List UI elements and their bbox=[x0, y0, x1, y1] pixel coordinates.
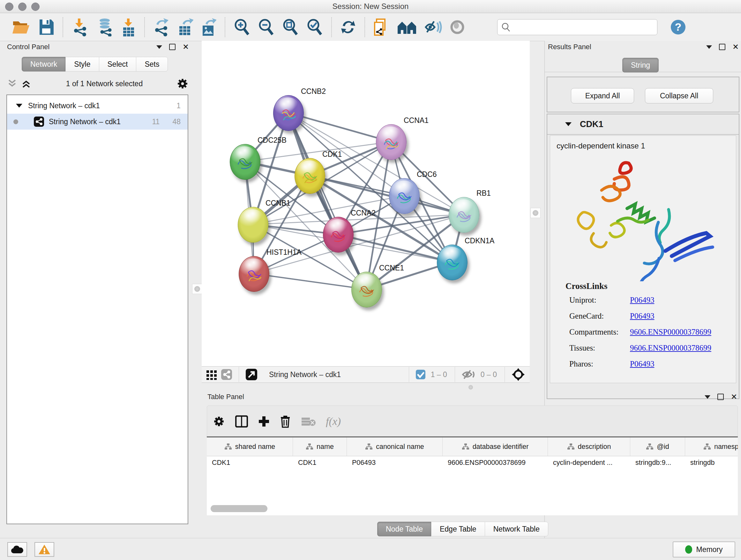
table-row[interactable]: CDK1CDK1P064939606.ENSP00000378699cyclin… bbox=[207, 456, 738, 469]
crosslink-link[interactable]: P06493 bbox=[630, 312, 654, 320]
collapse-all-button[interactable]: Collapse All bbox=[645, 88, 713, 104]
panel-close-icon[interactable]: ✕ bbox=[732, 44, 739, 50]
panel-menu-icon[interactable] bbox=[704, 395, 711, 399]
column-header-@id[interactable]: @id bbox=[630, 437, 685, 456]
network-row[interactable]: String Network – cdk1 11 48 bbox=[7, 114, 188, 130]
hide-unselected-button[interactable] bbox=[424, 17, 442, 37]
edge-HIST1H1A-CCNE1[interactable] bbox=[254, 273, 366, 289]
collapse-all-icon[interactable] bbox=[7, 79, 18, 88]
birds-eye-view-button[interactable] bbox=[206, 369, 217, 380]
edge-CDK1-RB1[interactable] bbox=[310, 176, 464, 214]
network-collection-row[interactable]: String Network – cdk1 1 bbox=[7, 98, 188, 114]
fit-content-button[interactable] bbox=[511, 368, 525, 381]
show-all-button[interactable] bbox=[450, 17, 465, 37]
open-in-window-button[interactable] bbox=[246, 368, 258, 381]
panel-close-icon[interactable]: ✕ bbox=[731, 394, 737, 399]
zoom-fit-button[interactable] bbox=[282, 17, 299, 37]
column-header-canonical-name[interactable]: canonical name bbox=[347, 437, 443, 456]
search-input[interactable] bbox=[514, 20, 657, 34]
tab-node-table[interactable]: Node Table bbox=[377, 522, 431, 537]
create-column-button[interactable] bbox=[258, 416, 270, 427]
panel-menu-icon[interactable] bbox=[706, 45, 712, 49]
node-CDC6[interactable] bbox=[389, 178, 420, 214]
collection-caret-icon[interactable] bbox=[16, 104, 22, 108]
open-session-button[interactable] bbox=[12, 17, 30, 37]
node-CDK1[interactable] bbox=[294, 158, 325, 194]
node-RB1[interactable] bbox=[449, 197, 479, 233]
entry-caret-icon[interactable] bbox=[565, 122, 571, 126]
panel-float-icon[interactable] bbox=[169, 44, 176, 50]
import-network-button[interactable] bbox=[71, 17, 89, 37]
crosslink-link[interactable]: P06493 bbox=[630, 360, 654, 368]
tab-edge-table[interactable]: Edge Table bbox=[431, 522, 485, 537]
zoom-out-button[interactable] bbox=[258, 17, 274, 37]
cell-shared-name[interactable]: CDK1 bbox=[207, 456, 293, 469]
copy-network-button[interactable] bbox=[374, 17, 389, 37]
cell-@id[interactable]: stringdb:9... bbox=[630, 456, 685, 469]
export-network-icon bbox=[153, 18, 171, 37]
crosslink-link[interactable]: 9606.ENSP00000378699 bbox=[630, 327, 711, 336]
node-CCNA1[interactable] bbox=[376, 124, 407, 160]
selected-indicator-checkbox[interactable] bbox=[415, 369, 426, 380]
crosslink-link[interactable]: 9606.ENSP00000378699 bbox=[630, 344, 711, 353]
import-network-from-database-button[interactable] bbox=[96, 17, 114, 37]
tab-select[interactable]: Select bbox=[99, 57, 137, 71]
column-header-name[interactable]: name bbox=[293, 437, 347, 456]
hidden-indicator-button[interactable] bbox=[461, 369, 475, 380]
column-header-description[interactable]: description bbox=[548, 437, 630, 456]
tab-network-table[interactable]: Network Table bbox=[485, 522, 548, 537]
cell-namespace[interactable]: stringdb bbox=[685, 456, 738, 469]
column-header-namespace[interactable]: namespace bbox=[685, 437, 738, 456]
expand-all-button[interactable]: Expand All bbox=[571, 88, 634, 104]
cell-database-identifier[interactable]: 9606.ENSP00000378699 bbox=[443, 456, 548, 469]
network-canvas[interactable]: CCNB2CCNA1CDC25BCDK1CDC6RB1CCNB1CCNA2CDK… bbox=[202, 41, 530, 366]
node-CCNA2[interactable] bbox=[323, 217, 354, 253]
column-header-database-identifier[interactable]: database identifier bbox=[443, 437, 548, 456]
tab-string[interactable]: String bbox=[622, 58, 659, 72]
panel-close-icon[interactable]: ✕ bbox=[183, 44, 189, 50]
show-columns-button[interactable] bbox=[235, 415, 248, 428]
string-home-button[interactable] bbox=[397, 17, 417, 37]
help-button[interactable]: ? bbox=[671, 20, 685, 35]
tab-style[interactable]: Style bbox=[65, 57, 99, 71]
save-session-button[interactable] bbox=[38, 17, 54, 37]
zoom-selected-button[interactable] bbox=[307, 17, 323, 37]
edge-CCNB2-CCNE1[interactable] bbox=[288, 113, 366, 289]
memory-button[interactable]: Memory bbox=[673, 542, 735, 557]
panel-float-icon[interactable] bbox=[719, 44, 725, 50]
delete-column-button[interactable] bbox=[280, 415, 291, 428]
node-CCNB1[interactable] bbox=[238, 207, 268, 243]
network-selection-status: 1 of 1 Network selected bbox=[32, 79, 177, 88]
zoom-in-button[interactable] bbox=[233, 17, 250, 37]
left-splitter-handle[interactable] bbox=[192, 284, 202, 294]
cloud-button[interactable] bbox=[7, 542, 27, 557]
refresh-button[interactable] bbox=[340, 17, 356, 37]
export-network-button[interactable] bbox=[153, 17, 171, 37]
node-CCNE1[interactable] bbox=[351, 272, 382, 307]
entry-header[interactable]: CDK1 bbox=[547, 114, 739, 135]
tab-sets[interactable]: Sets bbox=[136, 57, 168, 71]
import-table-button[interactable] bbox=[122, 17, 136, 37]
node-HIST1H1A[interactable] bbox=[239, 256, 269, 292]
expand-all-icon[interactable] bbox=[21, 79, 32, 88]
right-splitter-handle[interactable] bbox=[530, 208, 541, 218]
cell-canonical-name[interactable]: P06493 bbox=[347, 456, 443, 469]
panel-menu-icon[interactable] bbox=[156, 45, 162, 49]
cell-description[interactable]: cyclin-dependent ... bbox=[548, 456, 630, 469]
export-image-button[interactable] bbox=[201, 17, 216, 37]
column-header-shared-name[interactable]: shared name bbox=[207, 437, 293, 456]
table-settings-button[interactable] bbox=[213, 415, 225, 428]
node-CCNB2[interactable] bbox=[273, 95, 304, 131]
cell-name[interactable]: CDK1 bbox=[293, 456, 347, 469]
string-tools-button[interactable] bbox=[221, 369, 232, 380]
horizontal-scrollbar[interactable] bbox=[211, 505, 267, 512]
panel-float-icon[interactable] bbox=[718, 394, 724, 400]
warnings-button[interactable] bbox=[35, 542, 54, 557]
node-CDC25B[interactable] bbox=[230, 144, 260, 180]
horizontal-splitter-handle[interactable] bbox=[468, 385, 473, 389]
export-table-button[interactable] bbox=[178, 17, 193, 37]
tab-network[interactable]: Network bbox=[22, 57, 66, 71]
node-CDKN1A[interactable] bbox=[437, 245, 468, 280]
crosslink-link[interactable]: P06493 bbox=[630, 296, 654, 305]
gear-icon[interactable] bbox=[177, 78, 188, 89]
